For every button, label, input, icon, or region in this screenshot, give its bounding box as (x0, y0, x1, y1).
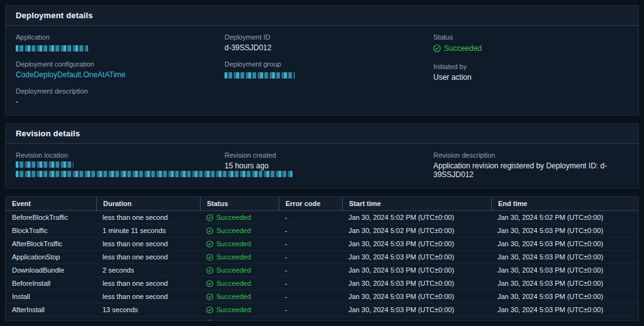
success-check-icon (206, 267, 213, 274)
end-time-cell: Jan 30, 2024 5:03 PM (UTC±0:00) (491, 224, 638, 237)
initiated-by-field: Initiated by User action (433, 63, 628, 82)
column-header-error-code: Error code (279, 197, 342, 210)
deployment-details-title: Deployment details (16, 11, 628, 20)
error-code-cell: - (279, 277, 342, 290)
end-time-cell: Jan 30, 2024 5:03 PM (UTC±0:00) (491, 277, 638, 290)
status-cell-label: Succeeded (216, 227, 251, 234)
deployment-group-label: Deployment group (225, 60, 433, 68)
deployment-details-col-1: Application Deployment configuration Cod… (16, 33, 225, 106)
column-header-event: Event (6, 197, 96, 210)
table-row: ApplicationStop less than one second Suc… (6, 251, 638, 264)
application-field: Application (16, 33, 225, 52)
status-cell-label: Succeeded (216, 306, 251, 313)
revision-created-label: Revision created (225, 151, 433, 159)
revision-details-body: Revision location Revision created 15 ho… (6, 144, 638, 188)
deployment-group-value-redacted-link[interactable] (225, 72, 295, 79)
start-time-cell: Jan 30, 2024 5:03 PM (UTC±0:00) (342, 290, 491, 303)
status-value: Succeeded (444, 44, 482, 53)
start-time-cell: Jan 30, 2024 5:03 PM (UTC±0:00) (342, 303, 491, 316)
events-table-header-row: Event Duration Status Error code Start t… (6, 197, 638, 211)
status-badge: Succeeded (433, 44, 482, 53)
revision-location-field: Revision location (16, 151, 225, 177)
error-code-cell: - (279, 224, 342, 237)
initiated-by-value: User action (433, 73, 628, 82)
success-check-icon (206, 227, 213, 234)
application-value-redacted-link[interactable] (16, 45, 88, 52)
start-time-cell: Jan 30, 2024 5:03 PM (UTC±0:00) (342, 251, 491, 263)
deployment-id-field: Deployment ID d-39SSJD012 (225, 33, 433, 52)
end-time-cell: Jan 30, 2024 5:03 PM (UTC±0:00) (491, 264, 638, 276)
status-cell-label: Succeeded (216, 280, 251, 287)
status-cell: Succeeded (200, 277, 279, 290)
deployment-details-col-3: Status Succeeded Initiated by User actio… (433, 33, 628, 106)
deployment-configuration-field: Deployment configuration CodeDeployDefau… (16, 60, 225, 79)
success-check-icon (206, 280, 213, 287)
status-cell-label: Succeeded (216, 319, 251, 321)
error-code-cell: - (279, 251, 342, 263)
status-cell: Succeeded (200, 264, 279, 276)
event-cell: Install (6, 290, 96, 303)
event-cell: BeforeInstall (6, 277, 96, 290)
start-time-cell: Jan 30, 2024 5:03 PM (UTC±0:00) (342, 317, 491, 321)
revision-created-field: Revision created 15 hours ago (225, 151, 433, 170)
error-code-cell: - (279, 303, 342, 316)
deployment-configuration-link[interactable]: CodeDeployDefault.OneAtATime (16, 70, 225, 79)
duration-cell: less than one second (96, 277, 200, 290)
start-time-cell: Jan 30, 2024 5:02 PM (UTC±0:00) (342, 211, 491, 224)
deployment-description-label: Deployment description (16, 87, 225, 95)
revision-description-label: Revision description (433, 151, 628, 159)
revision-location-redacted-link[interactable] (16, 161, 74, 168)
revision-description-value: Application revision registered by Deplo… (433, 161, 628, 179)
end-time-cell: Jan 30, 2024 5:03 PM (UTC±0:00) (491, 303, 638, 316)
revision-location-value (16, 161, 225, 177)
revision-location-label: Revision location (16, 151, 225, 159)
deployment-details-body: Application Deployment configuration Cod… (6, 26, 638, 115)
revision-details-panel: Revision details Revision location Revis… (5, 123, 639, 188)
status-cell: Succeeded (200, 237, 279, 250)
status-field: Status Succeeded (433, 33, 628, 55)
deployment-description-field: Deployment description - (16, 87, 225, 106)
status-cell: Succeeded (200, 224, 279, 237)
revision-location-redacted-path[interactable] (16, 171, 292, 177)
deployment-id-value: d-39SSJD012 (225, 43, 433, 52)
revision-details-col-3: Revision description Application revisio… (433, 151, 628, 179)
end-time-cell: Jan 30, 2024 5:02 PM (UTC±0:00) (491, 211, 638, 224)
status-cell-label: Succeeded (216, 214, 251, 221)
duration-cell: less than one second (96, 211, 200, 224)
table-row: AfterBlockTraffic less than one second S… (6, 237, 638, 251)
deployment-details-page: Deployment details Application Deploymen… (0, 0, 644, 326)
status-cell-label: Succeeded (216, 253, 251, 261)
event-cell: AfterBlockTraffic (6, 237, 96, 250)
duration-cell: less than one second (96, 290, 200, 303)
revision-created-value: 15 hours ago (225, 161, 433, 170)
error-code-cell: - (279, 211, 342, 224)
status-cell: Succeeded (200, 211, 279, 224)
status-cell-label: Succeeded (216, 266, 251, 274)
deployment-details-header: Deployment details (6, 6, 638, 26)
status-cell-label: Succeeded (216, 240, 251, 247)
status-cell: Succeeded (200, 303, 279, 316)
end-time-cell: Jan 30, 2024 5:03 PM (UTC±0:00) (491, 237, 638, 250)
revision-details-header: Revision details (6, 124, 638, 144)
duration-cell: less than one second (96, 317, 200, 321)
success-check-icon (433, 45, 441, 52)
duration-cell: 1 minute 11 seconds (96, 224, 200, 237)
status-cell: Succeeded (200, 290, 279, 303)
success-check-icon (206, 293, 213, 300)
application-label: Application (16, 33, 225, 41)
start-time-cell: Jan 30, 2024 5:03 PM (UTC±0:00) (342, 264, 491, 276)
success-check-icon (206, 254, 213, 261)
deployment-group-value (225, 70, 433, 79)
revision-details-title: Revision details (16, 129, 628, 138)
start-time-cell: Jan 30, 2024 5:03 PM (UTC±0:00) (342, 237, 491, 250)
revision-description-field: Revision description Application revisio… (433, 151, 628, 179)
status-cell: Succeeded (200, 251, 279, 263)
column-header-duration: Duration (96, 197, 200, 210)
column-header-start-time: Start time (342, 197, 491, 210)
deployment-details-panel: Deployment details Application Deploymen… (5, 5, 639, 116)
table-row: BlockTraffic 1 minute 11 seconds Succeed… (6, 224, 638, 237)
success-check-icon (206, 214, 213, 221)
end-time-cell: Jan 30, 2024 5:03 PM (UTC±0:00) (491, 251, 638, 263)
table-row: BeforeBlockTraffic less than one second … (6, 211, 638, 224)
event-cell: BlockTraffic (6, 224, 96, 237)
